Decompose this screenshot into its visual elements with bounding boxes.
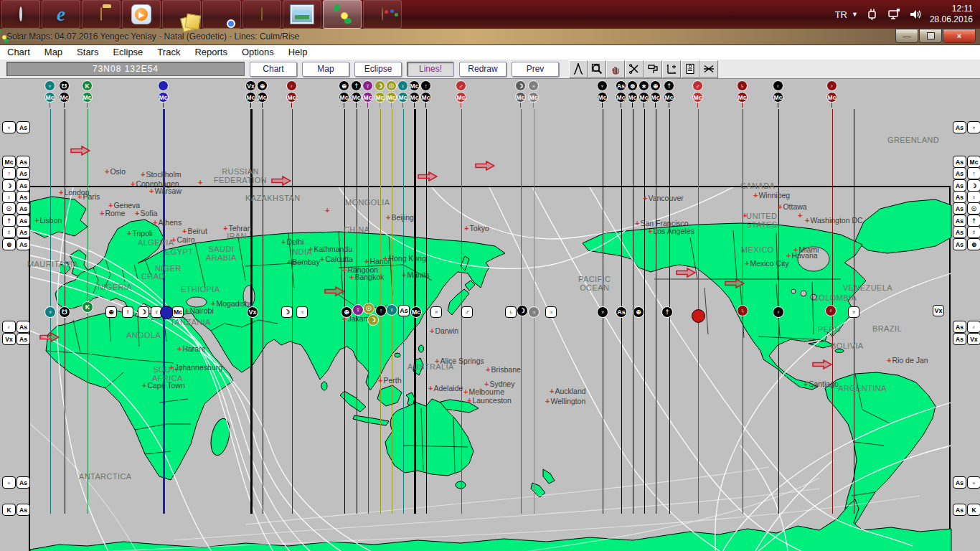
taskbar-app-list: e▶ [0,0,402,29]
city-plus-marker: + [142,381,146,390]
planet-line-marker-top: ☉Mc [386,80,397,108]
zoom-tool-icon[interactable] [588,60,606,78]
city-plus-marker: + [753,191,758,199]
taskbar-app-media-player-icon[interactable]: ▶ [122,0,161,29]
taskbar-app-sticky-notes-icon[interactable] [162,0,201,29]
marker-stem [425,103,426,108]
menu-bar: ChartMapStarsEclipseTrackReportsOptionsH… [0,44,980,60]
planet-glyph-icon: K [82,80,93,91]
system-tray: TR ▼ 12:11 28.06.2016 [835,4,980,25]
toolbar-button-eclipse[interactable]: Eclipse [354,62,402,77]
planet-glyph-chip: K [2,504,16,516]
planet-line-marker-top: VxMc [245,80,257,108]
city-plus-marker: + [364,257,369,265]
planet-rise-marker [692,309,705,323]
taskbar-app-windows-start-icon[interactable] [1,0,40,29]
menu-stars[interactable]: Stars [70,47,105,57]
city-plus-marker: + [464,224,468,232]
restore-button[interactable] [919,29,942,43]
city-label: +Sofia [135,209,157,217]
marker-stem [414,103,415,108]
mc-glyph-icon: Mc [456,92,466,103]
compass-tool-icon[interactable] [569,60,588,78]
planet-glyph-chip: ♅ [967,476,980,489]
taskbar-app-internet-explorer-icon[interactable]: e [42,0,80,29]
city-name: Bangkok [354,273,384,281]
ascendant-chip: As [17,121,30,133]
planet-line-marker-top: McMc [409,80,420,108]
ascendant-chip: As [953,504,966,516]
edge-marker-right: As♅ [953,476,980,489]
edge-marker-left: McAs [2,156,30,168]
taskbar-app-photo-viewer-icon[interactable] [283,0,321,29]
cross-lines-tool-icon[interactable] [699,60,718,78]
toolbar-button-chart[interactable]: Chart [250,62,297,77]
network-icon[interactable] [887,8,901,21]
volume-icon[interactable] [908,8,923,21]
planet-glyph-chip: Mc [967,156,980,168]
planet-rise-marker: † [661,306,673,318]
menu-help[interactable]: Help [281,47,315,57]
toolbar-button-map[interactable]: Map [302,62,349,77]
taskbar-app-yellow-art-app-icon[interactable] [242,0,281,29]
language-indicator[interactable]: TR ▼ [835,9,858,20]
country-label: UNITED STATES [746,212,778,229]
power-icon[interactable] [865,8,880,21]
toolbar-button-prev[interactable]: Prev [512,62,559,77]
toolbar-button-lines[interactable]: Lines! [407,62,454,77]
menu-map[interactable]: Map [37,47,70,57]
toolbar-button-redraw[interactable]: Redraw [459,62,507,77]
taskbar-app-paint-icon[interactable] [363,0,402,29]
mc-glyph-icon: Mc [616,92,626,103]
planet-glyph-icon: ⊕ [339,80,349,91]
ascendant-chip: As [17,476,30,489]
city-plus-marker: + [135,209,139,217]
menu-reports[interactable]: Reports [187,47,235,57]
pan-hand-tool-icon[interactable] [606,60,625,78]
window-titlebar[interactable]: Solar Maps: 04.07.2016 Yengec Yeniay - N… [0,29,980,45]
planet-glyph-icon: Vx [245,80,256,91]
city-plus-marker: + [59,188,63,197]
axes-tool-icon[interactable] [662,60,681,78]
chevron-down-icon[interactable]: ▼ [852,11,858,18]
ascendant-chip: As [953,202,966,215]
toolbar-buttons: ChartMapEclipseLines!RedrawPrev [245,62,559,77]
city-name: Havana [791,251,817,260]
roller-tool-icon[interactable] [644,60,662,78]
taskbar-app-file-explorer-icon[interactable] [82,0,121,29]
map-plus-marker: + [743,211,747,220]
menu-track[interactable]: Track [150,47,187,57]
mc-glyph-icon: Mc [59,92,70,103]
planet-glyph-icon: ☋ [59,80,70,91]
planet-glyph-chip: ☽ [2,179,16,192]
planet-line-marker-top: AsMc [616,80,627,108]
city-name: Ottawa [783,202,806,211]
marker-stem [602,103,603,108]
ascendant-chip: As [953,121,966,133]
close-button[interactable]: × [943,29,976,43]
planet-line-marker-top: ⊕Mc [650,80,661,108]
city-name: Santiago [809,380,838,388]
menu-chart[interactable]: Chart [0,47,37,57]
minimize-button[interactable]: — [895,29,918,43]
taskbar-app-chrome-icon[interactable] [202,0,241,29]
planet-line-marker-top: ☋Mc [59,80,70,108]
mc-glyph-icon: Mc [528,92,539,103]
taskbar-clock[interactable]: 12:11 28.06.2016 [930,4,973,25]
planet-rise-marker: ⊕ [633,306,644,318]
scissors-tool-icon[interactable] [625,60,644,78]
mc-glyph-icon: Mc [420,92,431,103]
planet-glyph-chip: ☿ [967,226,980,238]
taskbar-app-solar-maps-globe-icon[interactable] [323,0,362,29]
city-name: Beirut [187,227,207,235]
marker-stem [520,103,521,108]
city-plus-marker: + [545,397,550,405]
info-page-tool-icon[interactable] [681,60,699,78]
edge-marker-right: As☽ [953,179,980,192]
planet-glyph-chip: Vx [2,333,16,345]
menu-options[interactable]: Options [235,47,281,57]
menu-eclipse[interactable]: Eclipse [105,47,150,57]
windows-start-icon [19,8,22,21]
ascendant-chip: As [17,333,30,345]
city-plus-marker: + [105,167,109,176]
